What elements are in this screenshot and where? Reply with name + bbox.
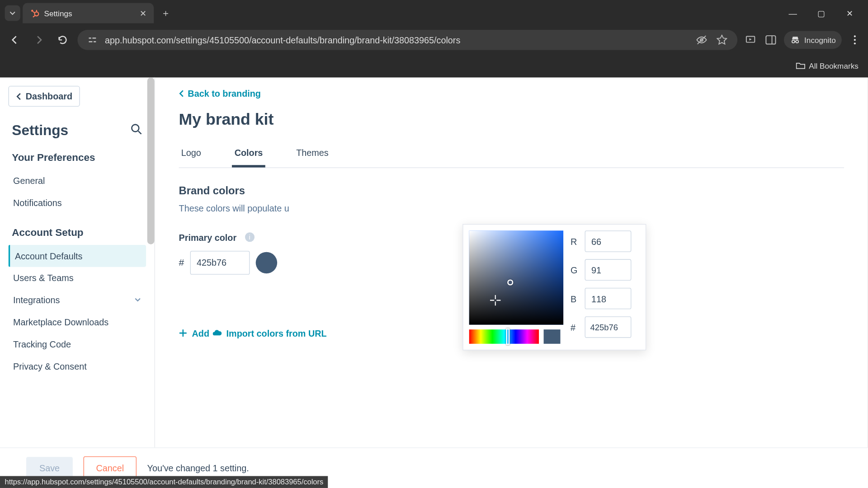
address-bar: app.hubspot.com/settings/45105500/accoun…	[0, 26, 868, 54]
sidebar-item-label: Privacy & Consent	[13, 361, 87, 371]
sidebar-item-account-defaults[interactable]: Account Defaults	[8, 245, 146, 267]
search-icon	[131, 123, 142, 135]
g-input[interactable]	[585, 259, 632, 281]
svg-line-4	[33, 15, 35, 17]
change-message: You've changed 1 setting.	[147, 463, 249, 473]
r-input[interactable]	[585, 230, 632, 252]
bookmarks-bar: All Bookmarks	[0, 54, 868, 78]
url-text: app.hubspot.com/settings/45105500/accoun…	[105, 35, 689, 45]
minimize-button[interactable]: ―	[784, 8, 801, 18]
svg-point-17	[854, 35, 856, 37]
primary-color-label: Primary color	[179, 232, 237, 242]
primary-hex-input[interactable]	[190, 250, 250, 274]
plus-icon	[179, 329, 187, 337]
tab-colors[interactable]: Colors	[232, 141, 265, 167]
dashboard-back-button[interactable]: Dashboard	[8, 86, 80, 107]
svg-rect-7	[89, 41, 92, 42]
chevron-left-icon	[179, 89, 184, 97]
import-colors-button[interactable]: Import colors from URL	[212, 328, 327, 338]
eye-off-icon[interactable]	[694, 34, 709, 46]
page-content: Dashboard Settings Your Preferences Gene…	[0, 77, 868, 488]
add-label: Add	[192, 328, 209, 338]
b-label: B	[571, 293, 579, 303]
hex-input[interactable]	[585, 316, 632, 338]
hubspot-favicon-icon	[30, 8, 39, 18]
hex-hash-label: #	[571, 322, 579, 332]
settings-title: Settings	[12, 122, 68, 139]
kebab-menu-icon[interactable]	[848, 34, 862, 45]
svg-line-21	[138, 131, 142, 134]
forward-button[interactable]	[30, 31, 48, 49]
back-to-branding-link[interactable]: Back to branding	[179, 88, 261, 98]
side-panel-icon[interactable]	[764, 34, 778, 46]
browser-status-bar: https://app.hubspot.com/settings/4510550…	[0, 476, 328, 488]
hue-slider[interactable]	[469, 329, 539, 344]
svg-point-18	[854, 39, 856, 41]
brand-colors-description: These colors will populate u	[179, 203, 844, 213]
sidebar-item-integrations[interactable]: Integrations	[8, 289, 146, 311]
svg-rect-8	[94, 41, 96, 42]
primary-color-swatch[interactable]	[256, 252, 277, 273]
back-button[interactable]	[6, 31, 24, 49]
svg-point-14	[792, 40, 795, 43]
svg-point-0	[31, 10, 33, 12]
new-tab-button[interactable]: ＋	[157, 5, 174, 22]
sidebar-item-general[interactable]: General	[8, 170, 146, 192]
main-panel: Back to branding My brand kit Logo Color…	[155, 77, 868, 488]
sidebar-item-marketplace[interactable]: Marketplace Downloads	[8, 311, 146, 333]
reload-button[interactable]	[54, 31, 72, 49]
sidebar-item-tracking-code[interactable]: Tracking Code	[8, 333, 146, 355]
crosshair-cursor-icon	[490, 295, 501, 308]
dashboard-label: Dashboard	[26, 91, 72, 101]
brand-colors-heading: Brand colors	[179, 184, 844, 197]
hash-symbol: #	[179, 257, 184, 268]
info-icon[interactable]: i	[245, 232, 255, 242]
svg-point-15	[796, 40, 799, 43]
brand-kit-tabs: Logo Colors Themes	[179, 141, 844, 168]
incognito-icon	[790, 34, 801, 45]
sv-handle[interactable]	[507, 279, 513, 285]
sidebar-item-label: Integrations	[13, 295, 60, 305]
url-field[interactable]: app.hubspot.com/settings/45105500/accoun…	[77, 30, 737, 50]
browser-tab[interactable]: Settings ✕	[23, 3, 154, 23]
incognito-badge[interactable]: Incognito	[784, 31, 842, 49]
settings-search-button[interactable]	[131, 123, 142, 138]
folder-icon	[796, 61, 805, 70]
tab-close-button[interactable]: ✕	[140, 8, 147, 18]
r-label: R	[571, 236, 579, 246]
add-color-button[interactable]: Add	[179, 328, 209, 338]
sidebar-scrollbar[interactable]	[147, 77, 155, 244]
maximize-button[interactable]: ▢	[813, 8, 830, 18]
sidebar-item-label: Users & Teams	[13, 273, 74, 283]
close-window-button[interactable]: ✕	[842, 8, 859, 18]
sidebar-item-users-teams[interactable]: Users & Teams	[8, 267, 146, 289]
back-to-branding-label: Back to branding	[188, 88, 261, 98]
tab-bar: Settings ✕ ＋ ― ▢ ✕	[0, 0, 868, 26]
sidebar-item-label: General	[13, 176, 45, 186]
site-settings-icon[interactable]	[86, 33, 99, 47]
current-color-swatch	[544, 329, 561, 344]
settings-sidebar: Dashboard Settings Your Preferences Gene…	[0, 77, 155, 488]
media-control-icon[interactable]	[744, 34, 758, 46]
g-label: G	[571, 265, 579, 275]
all-bookmarks-button[interactable]: All Bookmarks	[796, 61, 859, 70]
saturation-value-panel[interactable]	[469, 230, 563, 324]
sidebar-item-notifications[interactable]: Notifications	[8, 192, 146, 214]
svg-point-20	[132, 125, 139, 132]
sidebar-item-label: Tracking Code	[13, 339, 71, 349]
window-controls: ― ▢ ✕	[784, 8, 863, 18]
cloud-icon	[212, 329, 222, 337]
tab-logo[interactable]: Logo	[179, 141, 204, 167]
all-bookmarks-label: All Bookmarks	[809, 61, 859, 70]
chevron-left-icon	[16, 93, 22, 100]
page-title: My brand kit	[179, 110, 844, 128]
svg-point-19	[854, 42, 856, 44]
hue-handle[interactable]	[506, 328, 509, 345]
tab-themes[interactable]: Themes	[294, 141, 331, 167]
browser-chrome: Settings ✕ ＋ ― ▢ ✕	[0, 0, 868, 77]
b-input[interactable]	[585, 288, 632, 309]
tab-list-button[interactable]	[5, 5, 20, 21]
svg-line-2	[33, 11, 35, 13]
sidebar-item-privacy-consent[interactable]: Privacy & Consent	[8, 355, 146, 377]
bookmark-star-icon[interactable]	[715, 34, 729, 45]
